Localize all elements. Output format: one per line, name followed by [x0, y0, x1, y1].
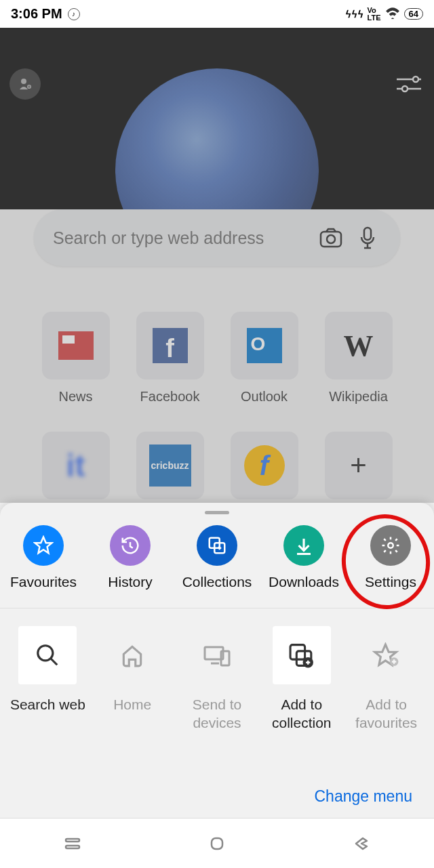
clock: 3:06 PM — [11, 6, 62, 22]
indiatimes-icon: it — [66, 447, 85, 484]
settings-button[interactable]: Settings — [348, 525, 433, 590]
volte-icon: VoLTE — [368, 7, 381, 22]
action-row: Search web Home Send to devices Add to c… — [0, 608, 434, 732]
star-plus-icon — [357, 626, 416, 684]
flipkart-icon: f — [244, 445, 285, 486]
devices-icon — [188, 626, 246, 684]
svg-rect-19 — [66, 839, 79, 842]
hero-area — [0, 28, 434, 209]
svg-rect-21 — [212, 838, 222, 849]
sd-news[interactable]: News — [39, 312, 112, 405]
favourites-button[interactable]: Favourites — [1, 525, 86, 590]
music-icon: ♪ — [68, 8, 80, 20]
sd-wikipedia[interactable]: WWikipedia — [322, 312, 395, 405]
profile-button[interactable] — [9, 68, 41, 100]
home-icon — [103, 626, 161, 684]
svg-rect-6 — [321, 232, 341, 247]
charging-icon: ϟϟϟ — [345, 9, 363, 20]
sd-add[interactable]: + — [322, 432, 395, 509]
battery-level: 64 — [404, 8, 423, 20]
svg-point-5 — [402, 86, 408, 91]
bottom-sheet: Favourites History Collections Downloads… — [0, 503, 434, 868]
downloads-button[interactable]: Downloads — [261, 525, 347, 590]
camera-icon[interactable] — [317, 224, 344, 251]
cricbuzz-icon: cricbuzz — [149, 445, 191, 487]
search-input[interactable] — [53, 228, 308, 248]
sd-cricbuzz[interactable]: cricbuzz — [134, 432, 206, 509]
status-bar: 3:06 PM ♪ ϟϟϟ VoLTE 64 — [0, 0, 434, 28]
svg-point-0 — [21, 79, 26, 84]
svg-rect-8 — [364, 228, 371, 240]
back-button[interactable] — [351, 833, 372, 854]
history-button[interactable]: History — [87, 525, 173, 590]
outlook-icon — [247, 328, 282, 363]
wikipedia-icon: W — [344, 329, 374, 363]
drag-handle[interactable] — [205, 511, 229, 514]
search-icon — [18, 626, 77, 684]
svg-point-12 — [38, 646, 53, 661]
svg-point-7 — [327, 235, 335, 243]
planet-image — [115, 68, 319, 209]
history-icon — [110, 525, 151, 566]
sd-facebook[interactable]: fFacebook — [134, 312, 206, 405]
wifi-icon — [385, 7, 400, 21]
quick-row: Favourites History Collections Downloads… — [0, 518, 434, 608]
sd-flipkart[interactable]: f — [228, 432, 300, 509]
collections-icon — [197, 525, 237, 566]
add-to-collection-button[interactable]: Add to collection — [259, 626, 344, 732]
recents-button[interactable] — [62, 833, 83, 854]
send-to-devices-button[interactable]: Send to devices — [175, 626, 260, 732]
svg-point-3 — [413, 77, 418, 82]
system-nav — [0, 818, 434, 868]
svg-point-11 — [388, 543, 393, 548]
collections-button[interactable]: Collections — [174, 525, 260, 590]
home-nav-button[interactable] — [207, 833, 227, 854]
add-collection-icon — [273, 626, 331, 684]
feed-settings-button[interactable] — [393, 68, 425, 100]
svg-rect-20 — [66, 846, 79, 848]
add-to-favourites-button[interactable]: Add to favourites — [344, 626, 429, 732]
gear-icon — [370, 525, 411, 566]
sd-outlook[interactable]: Outlook — [228, 312, 300, 405]
mic-icon[interactable] — [354, 224, 381, 251]
star-icon — [23, 525, 64, 566]
news-icon — [58, 331, 94, 360]
home-button[interactable]: Home — [90, 626, 175, 732]
search-web-button[interactable]: Search web — [5, 626, 90, 732]
facebook-icon: f — [153, 328, 188, 363]
change-menu-link[interactable]: Change menu — [315, 787, 413, 806]
speed-dial-grid: News fFacebook Outlook WWikipedia it cri… — [0, 312, 434, 509]
sd-indiatimes[interactable]: it — [39, 432, 112, 509]
download-icon — [283, 525, 324, 566]
plus-icon: + — [350, 449, 367, 482]
address-bar[interactable] — [34, 209, 400, 266]
